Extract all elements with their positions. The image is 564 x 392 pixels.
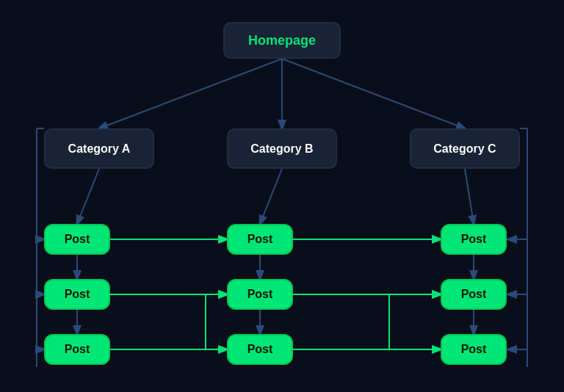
post-b1-label: Post: [247, 233, 273, 246]
category-a-node: Category A: [44, 128, 154, 169]
category-c-node: Category C: [410, 128, 520, 169]
category-b-label: Category B: [250, 142, 313, 156]
post-a2-node: Post: [44, 279, 110, 310]
post-b1-node: Post: [227, 224, 293, 255]
post-b3-node: Post: [227, 334, 293, 365]
svg-line-5: [465, 169, 474, 224]
post-a3-label: Post: [65, 343, 90, 356]
post-b2-label: Post: [247, 288, 273, 301]
post-b3-label: Post: [247, 343, 273, 356]
post-a2-label: Post: [65, 288, 90, 301]
svg-line-4: [260, 169, 282, 224]
post-a1-label: Post: [65, 233, 90, 246]
svg-line-3: [77, 169, 99, 224]
post-c1-label: Post: [461, 233, 487, 246]
post-c3-label: Post: [461, 343, 487, 356]
category-a-label: Category A: [68, 142, 131, 156]
post-c3-node: Post: [441, 334, 507, 365]
post-a3-node: Post: [44, 334, 110, 365]
diagram-container: Homepage Category A Category B Category …: [0, 0, 564, 392]
post-b2-node: Post: [227, 279, 293, 310]
post-c2-node: Post: [441, 279, 507, 310]
post-c1-node: Post: [441, 224, 507, 255]
svg-line-0: [99, 59, 282, 128]
category-b-node: Category B: [227, 128, 337, 169]
svg-line-2: [282, 59, 465, 128]
homepage-node: Homepage: [223, 22, 341, 59]
post-c2-label: Post: [461, 288, 487, 301]
post-a1-node: Post: [44, 224, 110, 255]
category-c-label: Category C: [433, 142, 496, 156]
connections-svg: [0, 0, 564, 392]
homepage-label: Homepage: [248, 33, 316, 48]
